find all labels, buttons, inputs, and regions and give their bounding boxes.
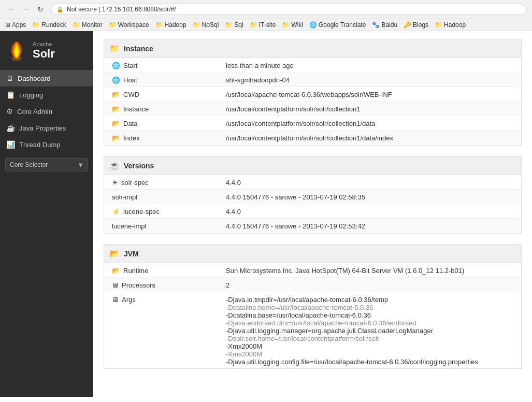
index-icon: 📂 — [112, 134, 120, 142]
browser-bar: ← → ↻ 🔒 Not secure | 172.16.101.66:8080/… — [0, 0, 532, 19]
solr-label: Solr — [33, 47, 55, 61]
host-icon: 🌐 — [112, 76, 120, 84]
jvm-row-processors: 🖥 Processors 2 — [104, 278, 521, 292]
bookmark-icon: ⊞ — [5, 21, 10, 28]
sidebar-item-label: Dashboard — [18, 75, 51, 82]
args-icon: 🖥 — [112, 296, 119, 304]
address-bar[interactable]: 🔒 Not secure | 172.16.101.66:8080/solr/#… — [51, 4, 527, 15]
bookmark-icon: 📁 — [73, 21, 80, 28]
bookmark-item-wiki[interactable]: 📁Wiki — [282, 21, 303, 28]
instance-row-host: 🌐 Host sht-sgmhadoopdn-04 — [104, 73, 521, 87]
versions-section: ☕ Versions ☀ solr-spec 4.4.0 solr-impl 4… — [104, 156, 522, 234]
core-selector[interactable]: Core Selector ▼ — [5, 158, 88, 171]
sidebar-item-label: Logging — [19, 91, 43, 99]
jvm-icon: 📂 — [109, 249, 120, 259]
jvm-section: 📂 JVM 📂 Runtime Sun Microsystems Inc. Ja… — [104, 244, 522, 369]
bookmark-icon: 📁 — [193, 21, 200, 28]
data-icon: 📂 — [112, 120, 120, 127]
bookmark-item-monitor[interactable]: 📁Monitor — [73, 21, 103, 28]
jvm-section-body: 📂 Runtime Sun Microsystems Inc. Java Hot… — [104, 263, 522, 369]
instance-title: Instance — [124, 45, 153, 53]
instance-row-cwd: 📂 CWD /usr/local/apache-tomcat-6.0.36/we… — [104, 87, 521, 102]
bookmark-icon: 📁 — [225, 21, 233, 28]
start-icon: 🌐 — [112, 62, 120, 69]
sidebar-item-core-admin[interactable]: ⚙ Core Admin — [0, 103, 93, 120]
bookmark-item-rundeck[interactable]: 📁Rundeck — [32, 21, 66, 28]
instance-row-data: 📂 Data /usr/local/contentplatform/solr/s… — [104, 116, 521, 131]
versions-row-solr-impl: solr-impl 4.4.0 1504776 - sarowe - 2013-… — [104, 190, 521, 204]
solr-spec-icon: ☀ — [112, 179, 118, 186]
sidebar-logo: Apache Solr — [0, 31, 93, 70]
instance-section-body: 🌐 Start less than a minute ago 🌐 Host sh… — [104, 58, 522, 146]
java-properties-icon: ☕ — [6, 124, 15, 132]
instance-row-start: 🌐 Start less than a minute ago — [104, 58, 521, 73]
forward-button[interactable]: → — [20, 3, 32, 16]
solr-logo-icon — [5, 39, 28, 62]
bookmark-icon: 📁 — [32, 21, 40, 28]
instance-icon: 📁 — [109, 44, 120, 53]
lucene-icon: ⚡ — [112, 208, 120, 216]
bookmark-item-it-site[interactable]: 📁IT-site — [250, 21, 276, 28]
bookmark-item-workspace[interactable]: 📁Workspace — [109, 21, 149, 28]
url-text: Not secure | 172.16.101.66:8080/solr/#/ — [67, 6, 176, 13]
dashboard-icon: 🖥 — [6, 74, 13, 82]
sidebar-item-label: Java Properties — [19, 124, 66, 132]
instance-folder-icon: 📂 — [112, 105, 120, 113]
core-admin-icon: ⚙ — [6, 107, 13, 116]
bookmark-icon: 📁 — [435, 21, 442, 28]
bookmark-item-blogs[interactable]: 🔑Blogs — [404, 21, 428, 28]
bookmark-item-hadoop[interactable]: 📁Hadoop — [155, 21, 186, 28]
back-button[interactable]: ← — [5, 3, 18, 16]
bookmark-icon: 🐾 — [372, 21, 380, 28]
bookmark-icon: 📁 — [282, 21, 290, 28]
runtime-icon: 📂 — [112, 267, 120, 275]
bookmark-item-apps[interactable]: ⊞Apps — [5, 21, 26, 28]
bookmark-item-baidu[interactable]: 🐾Baidu — [372, 21, 397, 28]
bookmark-icon: 📁 — [250, 21, 257, 28]
instance-row-index: 📂 Index /usr/local/contentplatform/solr/… — [104, 131, 521, 145]
bookmark-item-google-translate[interactable]: 🌐Google Translate — [309, 21, 366, 28]
versions-row-lucene-impl: lucene-impl 4.4.0 1504776 - sarowe - 201… — [104, 219, 521, 233]
sidebar-item-label: Core Admin — [17, 108, 52, 116]
versions-section-body: ☀ solr-spec 4.4.0 solr-impl 4.4.0 150477… — [104, 175, 522, 234]
app-container: Apache Solr 🖥 Dashboard 📋 Logging ⚙ Core… — [0, 31, 532, 397]
sidebar: Apache Solr 🖥 Dashboard 📋 Logging ⚙ Core… — [0, 31, 93, 397]
versions-row-solr-spec: ☀ solr-spec 4.4.0 — [104, 175, 521, 190]
jvm-row-args: 🖥 Args -Djava.io.tmpdir=/usr/local/apach… — [104, 292, 521, 368]
core-selector-select[interactable]: Core Selector — [5, 158, 88, 171]
versions-title: Versions — [124, 162, 154, 170]
bookmark-icon: 📁 — [109, 21, 117, 28]
jvm-row-runtime: 📂 Runtime Sun Microsystems Inc. Java Hot… — [104, 263, 521, 278]
sidebar-item-logging[interactable]: 📋 Logging — [0, 87, 93, 103]
jvm-title: JVM — [124, 250, 139, 258]
thread-dump-icon: 📊 — [6, 140, 15, 149]
sidebar-item-dashboard[interactable]: 🖥 Dashboard — [0, 70, 93, 87]
bookmark-icon: 🔑 — [404, 21, 411, 28]
solr-brand: Apache Solr — [33, 41, 55, 61]
refresh-button[interactable]: ↻ — [34, 3, 47, 16]
lock-icon: 🔒 — [56, 6, 64, 13]
bookmark-item-hadoop[interactable]: 📁Hadoop — [435, 21, 466, 28]
versions-icon: ☕ — [109, 161, 120, 170]
main-content: 📁 Instance 🌐 Start less than a minute ag… — [93, 31, 532, 397]
cwd-icon: 📂 — [112, 91, 120, 98]
bookmark-icon: 🌐 — [309, 21, 317, 28]
sidebar-item-thread-dump[interactable]: 📊 Thread Dump — [0, 136, 93, 153]
bookmark-item-nosql[interactable]: 📁NoSql — [193, 21, 219, 28]
sidebar-nav: 🖥 Dashboard 📋 Logging ⚙ Core Admin ☕ Jav… — [0, 70, 93, 153]
instance-row-instance: 📂 Instance /usr/local/contentplatform/so… — [104, 102, 521, 116]
instance-section-header: 📁 Instance — [104, 39, 522, 58]
bookmark-item-sql[interactable]: 📁Sql — [225, 21, 243, 28]
sidebar-item-java-properties[interactable]: ☕ Java Properties — [0, 120, 93, 136]
bookmark-icon: 📁 — [155, 21, 163, 28]
jvm-section-header: 📂 JVM — [104, 244, 522, 263]
versions-section-header: ☕ Versions — [104, 156, 522, 175]
instance-section: 📁 Instance 🌐 Start less than a minute ag… — [104, 39, 522, 146]
apache-label: Apache — [33, 41, 55, 47]
processors-icon: 🖥 — [112, 281, 119, 289]
logging-icon: 📋 — [6, 91, 15, 99]
bookmarks-bar: ⊞Apps📁Rundeck📁Monitor📁Workspace📁Hadoop📁N… — [0, 19, 532, 31]
sidebar-item-label: Thread Dump — [19, 141, 60, 149]
versions-row-lucene-spec: ⚡ lucene-spec 4.4.0 — [104, 204, 521, 219]
